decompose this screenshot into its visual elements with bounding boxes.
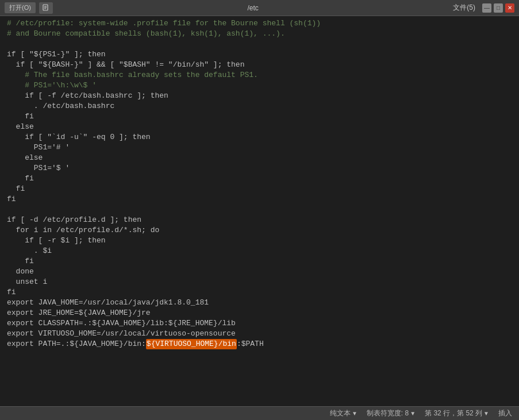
code-line — [0, 205, 519, 215]
code-line: . $i — [0, 246, 519, 256]
tab-width-status[interactable]: 制表符宽度: 8 ▼ — [367, 409, 416, 418]
code-line: fi — [0, 184, 519, 194]
code-editor[interactable]: # /etc/profile: system-wide .profile fil… — [0, 16, 519, 406]
code-text: fi — [7, 256, 34, 267]
file-icon — [42, 4, 50, 12]
code-line: fi — [0, 174, 519, 184]
tab-width-label: 制表符宽度: 8 — [367, 409, 409, 418]
code-text: else — [7, 122, 34, 132]
code-line: # /etc/profile: system-wide .profile fil… — [0, 18, 519, 29]
cursor-position-label: 第 32 行，第 52 列 — [425, 409, 482, 418]
code-text: else — [7, 153, 43, 163]
code-line: if [ -f /etc/bash.bashrc ]; then — [0, 91, 519, 101]
code-line: if [ -d /etc/profile.d ]; then — [0, 215, 519, 225]
code-line: else — [0, 122, 519, 132]
maximize-button[interactable]: □ — [494, 3, 503, 13]
code-text: if [ "${BASH-}" ] && [ "$BASH" != "/bin/… — [7, 60, 244, 70]
code-text: . $i — [7, 246, 52, 256]
code-line: . /etc/bash.bashrc — [0, 101, 519, 111]
edit-mode-label: 插入 — [498, 409, 512, 418]
code-text: for i in /etc/profile.d/*.sh; do — [7, 225, 159, 236]
code-text: PS1='$ ' — [7, 163, 70, 174]
code-line: # The file bash.bashrc already sets the … — [0, 70, 519, 80]
toolbar-icon[interactable] — [39, 2, 53, 14]
code-text: fi — [7, 194, 16, 205]
code-line: export CLASSPATH=.:${JAVA_HOME}/lib:${JR… — [0, 318, 519, 329]
code-line: if [ "`id -u`" -eq 0 ]; then — [0, 132, 519, 142]
code-line: fi — [0, 256, 519, 267]
code-line: fi — [0, 111, 519, 122]
code-text: done — [7, 267, 34, 277]
code-line: PS1='$ ' — [0, 163, 519, 174]
code-text: export CLASSPATH=.:${JAVA_HOME}/lib:${JR… — [7, 318, 236, 329]
titlebar-left: 打开(O) — [5, 2, 53, 14]
code-text: if [ "`id -u`" -eq 0 ]; then — [7, 132, 151, 142]
open-menu-button[interactable]: 打开(O) — [5, 2, 36, 13]
statusbar: 纯文本 ▼ 制表符宽度: 8 ▼ 第 32 行，第 52 列 ▼ 插入 — [0, 406, 519, 420]
titlebar-right: 文件(5) — □ ✕ — [453, 3, 514, 13]
code-line — [0, 39, 519, 49]
code-text: export JAVA_HOME=/usr/local/java/jdk1.8.… — [7, 298, 209, 308]
code-line: export VIRTUOSO_HOME=/usr/local/virtuoso… — [0, 329, 519, 339]
code-text: if [ -d /etc/profile.d ]; then — [7, 215, 141, 225]
code-text: export PATH=.:${JAVA_HOME}/bin: — [7, 339, 146, 349]
file-type-chevron: ▼ — [352, 410, 357, 417]
code-line: for i in /etc/profile.d/*.sh; do — [0, 225, 519, 236]
code-line: # and Bourne compatible shells (bash(1),… — [0, 29, 519, 39]
code-text: PS1='# ' — [7, 142, 70, 153]
code-text: fi — [7, 111, 34, 122]
code-text: unset i — [7, 277, 47, 287]
code-text: if [ -f /etc/bash.bashrc ]; then — [7, 91, 168, 101]
comment-text: # PS1='\h:\w\$ ' — [7, 80, 97, 91]
highlighted-text: ${VIRTUOSO_HOME}/bin — [146, 339, 237, 349]
code-text: fi — [7, 184, 25, 194]
code-line: fi — [0, 194, 519, 205]
code-text: if [ "${PS1-}" ]; then — [7, 49, 106, 60]
window-title: /etc — [247, 4, 258, 12]
code-line: # PS1='\h:\w\$ ' — [0, 80, 519, 91]
code-line: if [ -r $i ]; then — [0, 236, 519, 246]
code-line: unset i — [0, 277, 519, 287]
code-text: :$PATH — [237, 339, 264, 349]
code-line: if [ "${BASH-}" ] && [ "$BASH" != "/bin/… — [0, 60, 519, 70]
edit-mode-status: 插入 — [498, 409, 512, 418]
code-text: export JRE_HOME=${JAVA_HOME}/jre — [7, 308, 151, 318]
code-line: export JRE_HOME=${JAVA_HOME}/jre — [0, 308, 519, 318]
close-button[interactable]: ✕ — [505, 3, 514, 13]
code-line: export JAVA_HOME=/usr/local/java/jdk1.8.… — [0, 298, 519, 308]
code-line: else — [0, 153, 519, 163]
comment-text: # /etc/profile: system-wide .profile fil… — [7, 18, 321, 29]
minimize-button[interactable]: — — [482, 3, 491, 13]
code-line: fi — [0, 287, 519, 298]
code-text: fi — [7, 174, 34, 184]
position-chevron: ▼ — [483, 410, 489, 417]
cursor-position-status: 第 32 行，第 52 列 ▼ — [425, 409, 489, 418]
code-line: export PATH=.:${JAVA_HOME}/bin:${VIRTUOS… — [0, 339, 519, 349]
tab-width-chevron: ▼ — [410, 410, 416, 417]
comment-text: # and Bourne compatible shells (bash(1),… — [7, 29, 285, 39]
comment-text: # The file bash.bashrc already sets the … — [7, 70, 258, 80]
code-text: if [ -r $i ]; then — [7, 236, 106, 246]
code-line: PS1='# ' — [0, 142, 519, 153]
code-text: . /etc/bash.bashrc — [7, 101, 114, 111]
code-text: fi — [7, 287, 16, 298]
file-count-label: 文件(5) — [453, 3, 475, 13]
code-text: export VIRTUOSO_HOME=/usr/local/virtuoso… — [7, 329, 236, 339]
file-type-label: 纯文本 — [330, 409, 351, 418]
titlebar: 打开(O) /etc 文件(5) — □ ✕ — [0, 0, 519, 16]
code-line: if [ "${PS1-}" ]; then — [0, 49, 519, 60]
code-line: done — [0, 267, 519, 277]
file-type-status[interactable]: 纯文本 ▼ — [330, 409, 357, 418]
